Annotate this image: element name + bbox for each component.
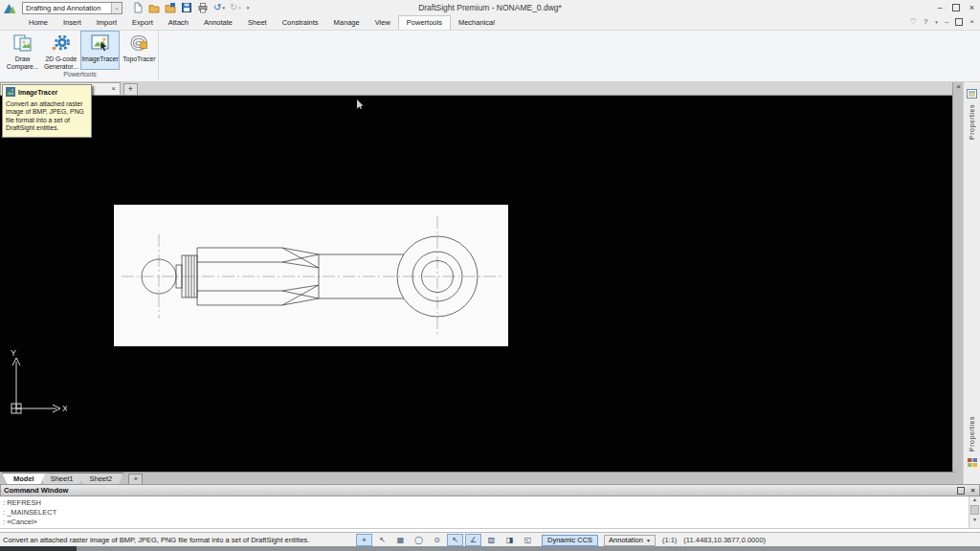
annotation-label: Annotation bbox=[609, 536, 643, 545]
tooltip-body: Convert an attached raster image of BMP,… bbox=[6, 100, 88, 133]
gcode-label: 2D G-code bbox=[45, 55, 77, 63]
ribbon: Draw Compare... 2D G-code Generator... I… bbox=[0, 30, 980, 82]
annotation-dropdown-icon: ▼ bbox=[646, 536, 651, 545]
draw-compare-icon bbox=[12, 33, 33, 55]
draftsight-logo-icon bbox=[3, 2, 16, 14]
scroll-up-icon[interactable]: ▲ bbox=[972, 496, 977, 502]
etrack-toggle-icon[interactable]: ∠ bbox=[465, 534, 481, 546]
redo-icon: ↻ bbox=[230, 3, 237, 12]
command-line: : «Cancel» bbox=[3, 518, 980, 527]
topotracer-label: TopoTracer bbox=[122, 55, 155, 63]
ortho-toggle-icon[interactable]: ◯ bbox=[411, 534, 427, 546]
tab-sheet[interactable]: Sheet bbox=[240, 16, 275, 30]
properties-panel-icon bbox=[967, 85, 977, 102]
new-file-button[interactable] bbox=[132, 2, 144, 13]
command-window: Command Window × : REFRESH : _MAINSELECT… bbox=[0, 484, 980, 532]
tooltip-title: ImageTracer bbox=[18, 89, 57, 96]
qat-customize-icon[interactable]: ▾ bbox=[247, 5, 250, 11]
command-scrollbar[interactable]: ▲ ▼ bbox=[969, 496, 980, 528]
help-dropdown-icon[interactable]: ▾ bbox=[935, 19, 938, 25]
properties-tab-bottom[interactable]: Properties bbox=[964, 416, 980, 471]
draw-compare-button[interactable]: Draw Compare... bbox=[4, 31, 41, 70]
command-line: : REFRESH bbox=[3, 498, 980, 508]
minimize-button[interactable]: – bbox=[938, 3, 943, 12]
attached-raster-image[interactable] bbox=[114, 205, 508, 346]
ribbon-restore-button[interactable] bbox=[955, 18, 963, 26]
save-button[interactable] bbox=[181, 2, 192, 13]
ccs-toggle-icon[interactable]: ◱ bbox=[520, 534, 536, 546]
tab-export[interactable]: Export bbox=[124, 16, 161, 30]
drawing-canvas[interactable]: Y X bbox=[0, 95, 953, 472]
coordinates-readout: (11.4483,10.3677,0.0000) bbox=[683, 536, 766, 544]
annotation-scale-dropdown[interactable]: Annotation ▼ bbox=[604, 535, 656, 546]
quick-access-toolbar: ↺ ▾ ↻ ▾ ▾ bbox=[132, 2, 249, 13]
imagetracer-button[interactable]: ImageTracer bbox=[80, 31, 119, 70]
sheet-tab-bar: Model Sheet1 Sheet2 + bbox=[0, 472, 955, 485]
tab-home[interactable]: Home bbox=[21, 16, 56, 30]
scrollbar-thumb[interactable] bbox=[970, 505, 979, 515]
status-message: Convert an attached raster image of BMP,… bbox=[3, 536, 309, 544]
open-file-button[interactable] bbox=[148, 2, 160, 13]
tab-import[interactable]: Import bbox=[89, 16, 124, 30]
tab-powertools[interactable]: Powertools bbox=[398, 15, 451, 30]
tab-view[interactable]: View bbox=[368, 16, 398, 30]
draw-compare-label: Draw bbox=[15, 55, 31, 63]
workspace-value: Drafting and Annotation bbox=[26, 4, 100, 12]
redo-dropdown-icon[interactable]: ▾ bbox=[238, 5, 241, 11]
ucs-y-label: Y bbox=[11, 349, 16, 358]
gcode-gear-icon bbox=[51, 33, 72, 55]
undo-dropdown-icon[interactable]: ▾ bbox=[222, 5, 225, 11]
command-window-close-button[interactable]: × bbox=[970, 486, 975, 495]
window-controls: – × bbox=[938, 0, 974, 15]
tab-manage[interactable]: Manage bbox=[326, 16, 368, 30]
dynamic-input-toggle-icon[interactable]: ◨ bbox=[501, 534, 518, 546]
print-button[interactable] bbox=[197, 2, 209, 13]
status-bar: Convert an attached raster image of BMP,… bbox=[0, 532, 980, 546]
pointer-toggle-icon[interactable]: ↖ bbox=[374, 534, 390, 546]
command-window-header[interactable]: Command Window × bbox=[0, 484, 980, 496]
imagetracer-tooltip: ImageTracer Convert an attached raster i… bbox=[2, 84, 92, 138]
restore-button[interactable] bbox=[952, 4, 960, 11]
document-tab-close-icon[interactable]: × bbox=[111, 84, 116, 94]
tab-insert[interactable]: Insert bbox=[56, 16, 89, 30]
workspace-select[interactable]: Drafting and Annotation ⌄ bbox=[22, 2, 122, 14]
gcode-generator-button[interactable]: 2D G-code Generator... bbox=[42, 31, 79, 70]
undo-icon: ↺ bbox=[213, 3, 221, 12]
tab-constraints[interactable]: Constraints bbox=[275, 16, 326, 30]
tooltip-imagetracer-icon bbox=[6, 87, 15, 98]
help-icon[interactable]: ? bbox=[924, 17, 927, 26]
ribbon-tab-bar: Home Insert Import Export Attach Annotat… bbox=[0, 15, 980, 31]
command-window-float-button[interactable] bbox=[957, 487, 965, 495]
topotracer-icon bbox=[128, 33, 149, 55]
entity-frame-toggle-icon[interactable]: ▧ bbox=[483, 534, 500, 546]
ribbon-close-button[interactable]: × bbox=[969, 17, 974, 26]
window-title: DraftSight Premium - NONAME_0.dwg* bbox=[418, 3, 562, 12]
document-tab-bar: × + bbox=[0, 81, 964, 96]
properties-tab-label: Properties bbox=[969, 104, 975, 140]
close-button[interactable]: × bbox=[969, 3, 974, 12]
properties-tab-top[interactable]: Properties bbox=[964, 85, 980, 140]
new-document-tab-button[interactable]: + bbox=[123, 83, 138, 96]
mouse-cursor bbox=[357, 96, 364, 113]
ucs-icon: Y X bbox=[4, 349, 67, 424]
command-history[interactable]: : REFRESH : _MAINSELECT : «Cancel» ▲ ▼ bbox=[0, 496, 980, 529]
import-file-button[interactable] bbox=[165, 2, 176, 13]
ribbon-minimize-button[interactable]: – bbox=[945, 17, 948, 26]
feedback-heart-icon[interactable]: ♡ bbox=[910, 17, 917, 26]
undo-button[interactable]: ↺ ▾ bbox=[213, 3, 225, 12]
scroll-down-icon[interactable]: ▼ bbox=[972, 517, 977, 522]
tab-mechanical[interactable]: Mechanical bbox=[451, 16, 502, 30]
ribbon-bar-controls: ♡ ? ▾ – × bbox=[910, 17, 974, 26]
polar-toggle-icon[interactable]: ⊙ bbox=[429, 534, 445, 546]
topotracer-button[interactable]: TopoTracer bbox=[121, 31, 158, 70]
snap-toggle-icon[interactable]: ⌖ bbox=[356, 534, 372, 546]
tab-annotate[interactable]: Annotate bbox=[196, 16, 240, 30]
scale-indicator: (1:1) bbox=[662, 536, 677, 544]
ucs-x-label: X bbox=[62, 404, 67, 413]
dynamic-ccs-button[interactable]: Dynamic CCS bbox=[542, 535, 598, 546]
workspace-dropdown-icon[interactable]: ⌄ bbox=[111, 3, 122, 13]
tab-attach[interactable]: Attach bbox=[161, 16, 196, 30]
grid-toggle-icon[interactable]: ▦ bbox=[392, 534, 409, 546]
redo-button[interactable]: ↻ ▾ bbox=[230, 3, 241, 12]
esnap-toggle-icon[interactable]: ↖ bbox=[447, 534, 463, 546]
